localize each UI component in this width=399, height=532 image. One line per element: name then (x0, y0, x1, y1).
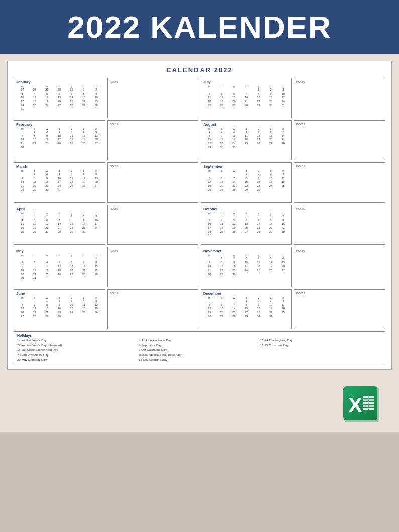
cal-day: 2 (216, 130, 228, 134)
cal-day: 11 (65, 176, 78, 181)
cal-day: 16 (252, 307, 265, 311)
cal-day (53, 107, 66, 111)
cal-day: 14 (78, 264, 90, 269)
cal-day: 25 (78, 311, 90, 315)
cal-day (53, 146, 66, 150)
cal-day: 29 (240, 315, 253, 319)
cal-day: 20 (240, 226, 253, 230)
cal-day (41, 146, 53, 150)
notes-box: notes (294, 78, 385, 118)
cal-day: 27 (53, 104, 66, 108)
cal-day: 2 (90, 88, 103, 92)
notes-label: notes (110, 164, 196, 168)
cal-day: 12 (228, 222, 240, 226)
cal-day: 6 (228, 92, 240, 96)
cal-day (216, 172, 228, 176)
month-box-november: Novembermdwdvzz1234567891011121314151617… (201, 247, 292, 287)
cal-day: 27 (90, 142, 103, 146)
month-box-july: Julymdwdvzz12345678910111213141516171819… (201, 78, 292, 118)
cal-day: 20 (216, 311, 228, 315)
cal-day: 6 (90, 172, 103, 176)
cal-day: 27 (16, 88, 29, 92)
notes-box: notes (294, 289, 385, 329)
month-name: July (203, 80, 289, 84)
cal-day: 8 (240, 176, 253, 181)
cal-day: 12 (29, 222, 41, 226)
calendar-container: CALENDAR 2022 Januarymdwdvzz272829303112… (7, 61, 392, 370)
cal-day: 17 (53, 138, 66, 142)
cal-day: 19 (29, 226, 41, 230)
month-name: May (16, 249, 103, 253)
cal-day: 14 (228, 180, 240, 184)
notes-label: notes (296, 164, 383, 168)
page-content: CALENDAR 2022 Januarymdwdvzz272829303112… (0, 54, 399, 432)
cal-day: 4 (29, 92, 41, 96)
cal-day: 3 (65, 299, 78, 303)
cal-day: 4 (216, 219, 228, 223)
cal-day: 29 (29, 188, 41, 192)
cal-day: 23 (252, 184, 265, 188)
cal-day: 12 (265, 261, 277, 265)
cal-day (265, 234, 277, 238)
cal-day: 19 (90, 307, 103, 311)
cal-day: 24 (53, 142, 66, 146)
cal-day: 29 (203, 146, 216, 150)
cal-day: 7 (78, 261, 90, 265)
cal-day (29, 146, 41, 150)
cal-day: 12 (78, 176, 90, 181)
cal-day: 7 (16, 176, 29, 181)
cal-day: 20 (216, 184, 228, 188)
cal-day: 14 (252, 222, 265, 226)
cal-day: 20 (90, 138, 103, 142)
cal-day: 11 (277, 176, 289, 181)
cal-day: 5 (78, 130, 90, 134)
cal-day: 27 (240, 230, 253, 234)
cal-day (16, 172, 29, 176)
notes-label: notes (296, 80, 383, 83)
cal-day: 12 (216, 96, 228, 100)
page-title: 2022 KALENDER (15, 9, 384, 45)
cal-day: 11 (252, 261, 265, 265)
cal-day: 21 (65, 100, 78, 104)
cal-day (78, 315, 90, 319)
cal-day: 31 (53, 188, 66, 192)
holidays-col3: 11-24 Thanksgiving Day13-25 Christmas Da… (260, 338, 382, 363)
cal-day: 12 (203, 180, 216, 184)
cal-day: 21 (203, 269, 216, 273)
cal-day: 28 (53, 230, 66, 234)
cal-day: 18 (78, 307, 90, 311)
cal-day: 11 (216, 222, 228, 226)
cal-day: 22 (216, 269, 228, 273)
cal-day: 7 (16, 134, 29, 138)
cal-day: 30 (252, 315, 265, 319)
cal-day: 8 (265, 219, 277, 223)
cal-day: 29 (41, 88, 53, 92)
cal-day: 19 (41, 100, 53, 104)
cal-day: 7 (203, 261, 216, 265)
cal-day: 2 (228, 257, 240, 261)
cal-day (228, 88, 240, 92)
cal-day: 17 (90, 222, 103, 226)
cal-day (277, 188, 289, 192)
cal-day: 19 (53, 269, 66, 273)
cal-day: 23 (16, 273, 29, 277)
month-name: November (203, 249, 289, 253)
cal-day: 28 (29, 88, 41, 92)
holiday-item: 11-Nov Veterans Day (139, 358, 260, 363)
cal-day: 21 (16, 142, 29, 146)
cal-day: 22 (65, 226, 78, 230)
cal-day: 18 (65, 180, 78, 184)
cal-day: 25 (252, 269, 265, 273)
cal-day: 26 (78, 184, 90, 188)
cal-day: 3 (29, 261, 41, 265)
cal-day: 22 (252, 100, 265, 104)
cal-day (228, 299, 240, 303)
cal-day: 15 (216, 264, 228, 269)
cal-day: 27 (265, 142, 277, 146)
cal-day: 7 (53, 219, 66, 223)
cal-day: 25 (65, 184, 78, 188)
cal-day: 5 (265, 257, 277, 261)
month-box-march: Marchmdwdvzz1234567891011121314151617181… (14, 162, 105, 203)
cal-day: 14 (203, 264, 216, 269)
cal-day: 9 (265, 92, 277, 96)
